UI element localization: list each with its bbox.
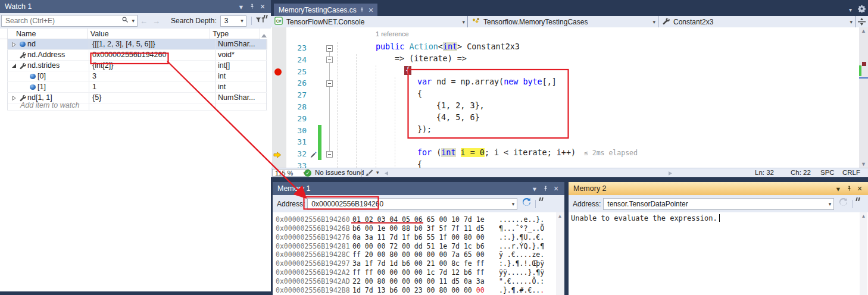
search-input-box[interactable]: ▾ [1,15,138,27]
chevron-down-icon[interactable]: ▾ [510,201,517,207]
line-number: 23 [286,42,307,54]
breakpoint-icon[interactable] [274,68,282,76]
document-well-controls: ▾ [849,4,866,15]
watch-row[interactable]: nd.strides{int[2]}int[] [7,61,267,71]
collapse-region-button[interactable] [326,57,333,63]
zoom-combo[interactable]: 115 % ▾ [272,169,309,177]
collapse-region-button[interactable] [326,45,333,52]
member-dropdown[interactable]: Constant2x3 ▾ [658,16,855,27]
watch-value-cell: 1 [89,82,216,92]
close-icon[interactable]: × [258,2,267,11]
project-name: TensorFlowNET.Console [286,18,460,26]
memory2-scrollbar[interactable]: ▲ [860,212,867,295]
memory-ascii: ÿÿ.....}.¶ÿ [499,268,544,277]
collapse-region-button[interactable] [326,80,333,87]
address-input[interactable] [308,200,509,208]
hscroll-left-icon[interactable] [384,170,389,177]
watch-value-cell: 3 [89,71,216,81]
close-icon[interactable]: × [855,184,864,193]
refresh-icon[interactable] [522,198,531,209]
tab-memorytestingcases[interactable]: MemoryTestingCases.cs × [274,4,377,16]
current-statement-arrow-icon [273,150,282,161]
editor-vertical-scrollbar[interactable]: ▲ ▼ [859,27,868,168]
watch-rows: nd{[[1, 2, 3], [4, 5, 6]]}NumShar...nd.A… [7,39,267,103]
search-input[interactable] [2,17,121,25]
navigate-back-icon[interactable]: ← [140,17,148,26]
scroll-down-icon[interactable]: ▼ [859,161,868,167]
column-header-type[interactable]: Type [210,29,260,39]
watch-table-header: Name Value Type [0,29,260,39]
search-depth-combo[interactable]: 3 ▾ [220,15,246,27]
pin-icon[interactable] [844,184,854,193]
project-dropdown[interactable]: C# TensorFlowNET.Console ▾ [271,16,468,27]
memory2-titlebar[interactable]: Memory 2 ▾ × [569,182,868,195]
navigate-forward-icon[interactable]: → [152,17,160,26]
tab-title: MemoryTestingCases.cs [279,6,357,14]
memory-hex-bytes: ff 20 00 80 00 00 00 00 7a 65 00 [352,250,485,259]
editor-navigation-bar: C# TensorFlowNET.Console ▾ Tensorflow.Me… [271,16,868,27]
toolbar-overflow-button[interactable] [539,197,544,202]
class-dropdown[interactable]: Tensorflow.MemoryTestingCases ▾ [468,16,658,27]
watch-row[interactable]: [1]1int [7,82,267,93]
chevron-down-icon[interactable]: ▾ [833,184,843,193]
scroll-up-icon[interactable]: ▲ [859,28,868,34]
chevron-down-icon[interactable]: ▾ [236,2,246,11]
scroll-up-icon[interactable]: ▲ [860,214,867,219]
memory1-scrollbar[interactable]: ▲ [556,212,564,295]
brush-icon[interactable] [365,169,373,178]
watch-title: Watch 1 [5,2,32,11]
wrench-icon [662,17,670,27]
memory-ascii: ......e..}. [499,215,544,224]
scroll-up-icon[interactable] [261,30,267,40]
toolbar-overflow-button[interactable] [264,15,268,20]
column-header-value[interactable]: Value [88,29,210,39]
pin-icon[interactable] [247,2,257,11]
chevron-down-icon[interactable]: ▾ [129,18,137,24]
address-label: Address: [573,200,601,208]
watch-type-cell: NumShar... [216,39,267,49]
collapse-region-button[interactable] [326,151,333,158]
search-depth-value: 3 [224,17,229,25]
chevron-down-icon[interactable]: ▾ [826,201,834,207]
pin-icon[interactable] [541,184,550,193]
search-icon[interactable] [121,16,129,26]
watch-titlebar[interactable]: Watch 1 ▾ × [0,0,271,13]
address-combo[interactable]: ▾ [307,198,517,210]
issues-status[interactable]: No issues found [315,169,364,176]
address-input[interactable] [604,200,826,208]
line-number: 24 [286,54,307,66]
code-editor[interactable]: 1 reference 23public Action<int> Constan… [271,27,859,168]
toolbar-overflow-button[interactable] [856,197,861,202]
gear-icon[interactable] [858,4,866,15]
line-number: 25 [286,66,307,78]
address-combo[interactable]: ▾ [603,198,834,210]
issues-check-icon[interactable]: ✓ [304,169,311,177]
memory1-panel: Memory 1 ▾ × Address: ▾ 0x000002556B1942… [273,182,564,295]
line-number: 28 [286,101,307,113]
memory-hex-bytes: b6 00 1e 00 88 b0 3f 5f 7f 11 d5 [352,224,485,233]
wrench-icon [18,62,27,70]
chevron-down-icon[interactable]: ▾ [849,7,852,13]
add-watch-row[interactable]: Add item to watch [7,100,267,111]
codelens-references[interactable]: 1 reference [376,30,409,37]
watch-row[interactable]: nd.Address0x000002556b194260void* [7,50,267,61]
memory1-titlebar[interactable]: Memory 1 ▾ × [273,182,564,195]
split-window-button[interactable] [855,16,868,27]
pin-icon[interactable] [358,6,366,14]
hscroll-right-icon[interactable] [668,170,673,177]
watch-row[interactable]: nd{[[1, 2, 3], [4, 5, 6]]}NumShar... [7,39,267,50]
breakpoint-margin[interactable] [272,27,286,168]
collapsed-expander-icon[interactable] [10,42,18,48]
watch-name-cell: nd [7,39,89,49]
column-header-name[interactable]: Name [7,29,88,39]
close-icon[interactable]: × [551,184,561,193]
expanded-expander-icon[interactable] [10,63,18,68]
chevron-down-icon[interactable]: ▾ [530,184,539,193]
scroll-up-icon[interactable]: ▲ [556,214,564,219]
close-icon[interactable]: × [367,6,375,14]
memory-hex-bytes: 22 00 80 00 00 00 00 11 d5 0a 3a [352,277,485,286]
code-line: var nd = np.array(new byte[,] [417,77,557,89]
watch-row[interactable]: [0]3int [7,71,267,82]
chevron-down-icon[interactable]: ▾ [374,170,382,175]
refresh-icon[interactable] [839,198,848,209]
